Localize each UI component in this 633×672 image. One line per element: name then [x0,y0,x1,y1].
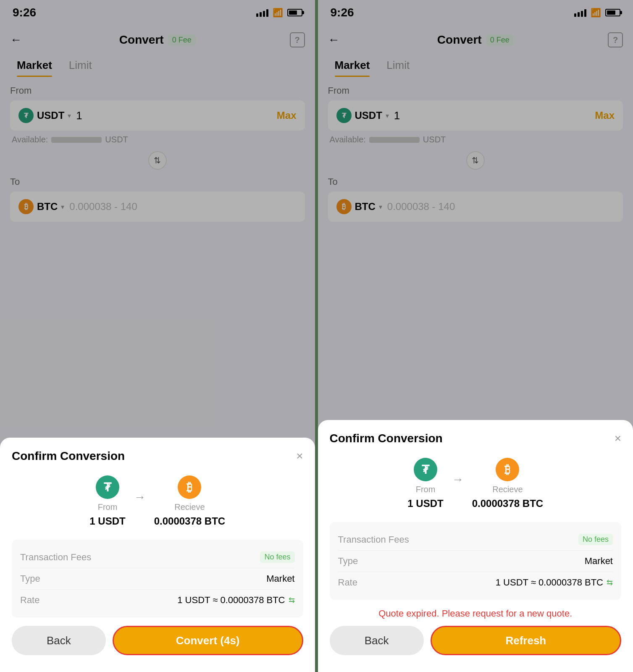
close-button-right[interactable]: × [615,433,621,444]
no-fees-badge-left: No fees [260,551,294,563]
fees-row-right: Transaction Fees No fees [338,529,613,551]
conv-to-left: ₿ Recieve 0.0000378 BTC [154,475,225,527]
fees-key-right: Transaction Fees [338,534,409,545]
confirm-modal-left: Confirm Conversion × ₮ From 1 USDT → ₿ R… [0,438,315,672]
no-fees-badge-right: No fees [578,534,613,545]
conv-btc-icon-left: ₿ [178,475,201,499]
rate-row-left: Rate 1 USDT ≈ 0.0000378 BTC ⇆ [20,590,295,611]
conv-receive-amount-right: 0.0000378 BTC [472,498,543,509]
rate-val-left: 1 USDT ≈ 0.0000378 BTC ⇆ [177,595,294,606]
modal-overlay-right: Confirm Conversion × ₮ From 1 USDT → ₿ R… [318,0,633,672]
refresh-button-right[interactable]: Refresh [431,626,621,655]
conversion-preview-left: ₮ From 1 USDT → ₿ Recieve 0.0000378 BTC [12,475,303,527]
conv-arrow-left: → [134,491,146,504]
conv-from-amount-right: 1 USDT [407,498,443,509]
fees-val-left: No fees [260,551,294,563]
details-table-right: Transaction Fees No fees Type Market Rat… [330,522,622,600]
conv-receive-label-left: Recieve [174,502,205,512]
fees-key-left: Transaction Fees [20,552,91,563]
conv-from-label-left: From [98,502,118,512]
type-row-left: Type Market [20,568,295,590]
close-button-left[interactable]: × [296,450,303,462]
back-button-modal-right[interactable]: Back [330,626,424,655]
type-val-right: Market [585,556,613,567]
type-key-right: Type [338,556,358,567]
type-val-left: Market [266,573,294,584]
conv-from-right: ₮ From 1 USDT [407,458,443,509]
action-buttons-right: Back Refresh [330,626,622,655]
modal-title-left: Confirm Conversion [12,449,125,463]
modal-title-right: Confirm Conversion [330,432,443,445]
rate-key-right: Rate [338,577,357,588]
conv-usdt-icon-right: ₮ [414,458,437,481]
right-panel: 9:26 📶 ← Convert 0 Fee ? Market [318,0,633,672]
rate-row-right: Rate 1 USDT ≈ 0.0000378 BTC ⇆ [338,572,613,593]
modal-header-right: Confirm Conversion × [330,432,622,445]
fees-val-right: No fees [578,534,613,545]
conv-receive-label-right: Recieve [492,485,523,494]
type-row-right: Type Market [338,551,613,572]
conv-from-label-right: From [416,485,436,494]
modal-header-left: Confirm Conversion × [12,449,303,463]
back-button-modal-left[interactable]: Back [12,626,106,655]
conv-from-amount-left: 1 USDT [89,515,125,527]
expired-message-right: Quote expired. Please request for a new … [330,608,622,619]
fees-row-left: Transaction Fees No fees [20,546,295,568]
rate-swap-icon-left[interactable]: ⇆ [289,596,295,605]
rate-swap-icon-right[interactable]: ⇆ [607,578,613,587]
action-buttons-left: Back Convert (4s) [12,626,303,655]
conv-from-left: ₮ From 1 USDT [89,475,125,527]
details-table-left: Transaction Fees No fees Type Market Rat… [12,540,303,617]
conv-arrow-right: → [452,473,464,486]
confirm-modal-right: Confirm Conversion × ₮ From 1 USDT → ₿ R… [318,420,633,672]
type-key-left: Type [20,573,40,584]
modal-overlay-left: Confirm Conversion × ₮ From 1 USDT → ₿ R… [0,0,315,672]
conv-to-right: ₿ Recieve 0.0000378 BTC [472,458,543,509]
conversion-preview-right: ₮ From 1 USDT → ₿ Recieve 0.0000378 BTC [330,458,622,509]
conv-btc-icon-right: ₿ [496,458,519,481]
left-panel: 9:26 📶 ← Convert 0 Fee ? Market [0,0,315,672]
rate-val-right: 1 USDT ≈ 0.0000378 BTC ⇆ [496,577,613,588]
panel-divider [315,0,318,672]
convert-button-left[interactable]: Convert (4s) [113,626,303,655]
conv-receive-amount-left: 0.0000378 BTC [154,515,225,527]
rate-key-left: Rate [20,595,39,606]
conv-usdt-icon-left: ₮ [96,475,119,499]
